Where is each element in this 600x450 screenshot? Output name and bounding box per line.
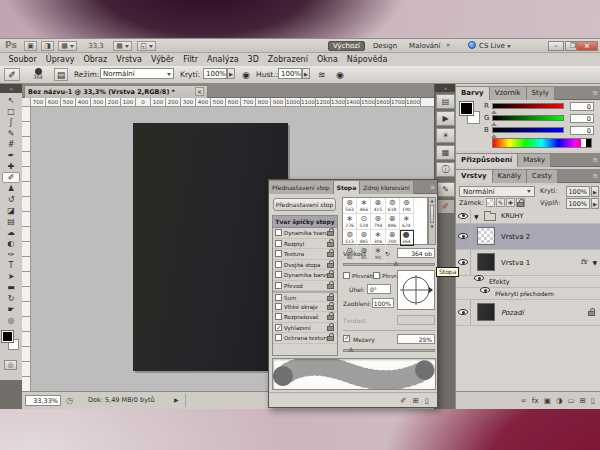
channel-value-field[interactable]: 0	[570, 102, 594, 111]
size-slider-thumb[interactable]	[393, 261, 399, 266]
checkbox[interactable]	[275, 324, 282, 331]
visibility-eye-icon[interactable]	[458, 309, 468, 315]
flip-x-checkbox[interactable]	[343, 272, 350, 279]
visibility-eye-icon[interactable]	[458, 233, 468, 239]
layer-blend-mode-select[interactable]: Normální	[459, 186, 535, 197]
eyedropper-tool[interactable]: ✒	[2, 150, 20, 161]
spacing-slider[interactable]	[343, 349, 435, 352]
layer-thumbnail[interactable]	[477, 227, 495, 245]
horizontal-ruler[interactable]: 7006005004003002001000100200300400500600…	[31, 98, 434, 107]
brush-option-row[interactable]: Dynamika tvaru	[273, 228, 337, 239]
masks-panel-icon[interactable]: ▦	[436, 145, 455, 160]
brush-preset[interactable]: ⊚ 618	[386, 198, 400, 214]
lock-icon[interactable]	[327, 273, 334, 278]
scrollbar-thumb[interactable]	[430, 205, 434, 223]
brush-option-row[interactable]: Rozptyl	[273, 239, 337, 250]
channel-slider[interactable]	[492, 103, 564, 109]
checkbox[interactable]	[275, 261, 282, 268]
panel-menu-icon[interactable]: ≡	[592, 89, 598, 97]
link-layers-icon[interactable]: ∞	[520, 396, 526, 405]
lock-icon[interactable]	[327, 263, 334, 268]
lasso-tool[interactable]: ʃ	[2, 117, 20, 128]
bridge-icon[interactable]: ▣	[24, 41, 37, 51]
flip-y-checkbox[interactable]	[373, 272, 380, 279]
zoom-tool[interactable]: ◎	[2, 315, 20, 326]
info-panel-icon[interactable]: ⓘ	[436, 162, 455, 177]
panel-menu-icon[interactable]: ≡	[430, 183, 435, 190]
effect-item-row[interactable]: Překrytí přechodem	[456, 288, 600, 300]
mini-bridge-icon[interactable]: ◨	[41, 41, 54, 51]
brush-preset[interactable]: ⊚ 513	[343, 230, 357, 246]
lock-icon[interactable]	[327, 305, 334, 310]
brush-option-row[interactable]: Rozprašovač	[273, 312, 337, 323]
lock-icon[interactable]	[327, 231, 334, 236]
adjustment-layer-icon[interactable]: ◑	[556, 396, 563, 405]
lock-icon[interactable]	[327, 252, 334, 257]
close-button[interactable]: ×	[576, 41, 598, 51]
panel-tab[interactable]: Přednastavení stop	[269, 181, 334, 194]
lock-pixels-icon[interactable]: ✎	[496, 198, 505, 207]
checkbox[interactable]	[275, 240, 282, 247]
new-brush-icon[interactable]: ⊞	[413, 396, 419, 405]
effects-row[interactable]: Efekty	[456, 276, 600, 288]
canvas[interactable]	[133, 123, 288, 371]
menu-item[interactable]: Analýza	[203, 55, 244, 64]
visibility-eye-icon[interactable]	[474, 275, 484, 281]
visibility-cell[interactable]	[456, 209, 471, 223]
menu-item[interactable]: Obraz	[79, 55, 112, 64]
lock-position-icon[interactable]: ✚	[506, 198, 515, 207]
opacity-slider-arrow[interactable]: ▶	[591, 186, 599, 197]
eraser-tool[interactable]: ◪	[2, 205, 20, 216]
new-group-icon[interactable]: ▭	[567, 396, 574, 405]
layer-mask-icon[interactable]: ▣	[544, 396, 551, 405]
hand-tool[interactable]: ☛	[2, 304, 20, 315]
panel-tab[interactable]: Vzorník	[490, 87, 527, 100]
layer-name[interactable]: Vrstva 1	[501, 250, 530, 275]
brush-preset[interactable]: ∗ 306	[371, 230, 385, 246]
3d-rotate-tool[interactable]: ↻	[2, 293, 20, 304]
airbrush-icon[interactable]: ≋	[316, 68, 328, 81]
opacity-slider-arrow[interactable]: ▶	[227, 68, 235, 79]
brush-option-row[interactable]: Převod	[273, 281, 337, 292]
path-selection-tool[interactable]: ➤	[2, 271, 20, 282]
workspace-overflow-button[interactable]: »	[446, 41, 450, 49]
current-tool-icon[interactable]: ✐	[4, 68, 20, 81]
layer-row-selected[interactable]: Vrstva 2	[456, 224, 600, 250]
adjustments-panel-icon[interactable]: ☀	[436, 128, 455, 143]
layer-style-badge[interactable]: fx	[580, 258, 587, 266]
panel-tab[interactable]: Barvy	[456, 87, 490, 100]
panel-menu-icon[interactable]: ≡	[592, 156, 598, 164]
brush-option-row[interactable]: Dvojitá stopa	[273, 260, 337, 271]
close-tab-icon[interactable]: ×	[195, 87, 204, 96]
toolbar-collapse-icon[interactable]: «	[0, 84, 22, 93]
pen-tool[interactable]: ✑	[2, 249, 20, 260]
layer-row[interactable]: Vrstva 1 fx ▼	[456, 250, 600, 276]
layer-name[interactable]: Pozadí	[501, 300, 524, 325]
blur-tool[interactable]: ☁	[2, 227, 20, 238]
visibility-cell[interactable]	[456, 224, 471, 249]
lock-transparency-icon[interactable]	[486, 198, 495, 207]
layer-name[interactable]: Vrstva 2	[501, 224, 530, 249]
workspace-button[interactable]: Design	[369, 41, 401, 51]
menu-item[interactable]: Okna	[312, 55, 342, 64]
fill-slider-arrow[interactable]: ▶	[591, 198, 599, 209]
brush-tip-shape-item[interactable]: Tvar špičky stopy	[273, 216, 337, 228]
new-layer-icon[interactable]: ⊞	[580, 396, 586, 405]
menu-item[interactable]: Filtr	[179, 55, 203, 64]
angle-field[interactable]: 0°	[367, 284, 391, 294]
brush-preset[interactable]: ⊗ 886	[386, 214, 400, 230]
menu-item[interactable]: Vrstva	[112, 55, 147, 64]
document-tab[interactable]: ×Bez názvu-1 @ 33,3% (Vrstva 2,RGB/8) *	[24, 85, 208, 98]
brush-preset[interactable]: ⊗ 200	[386, 230, 400, 246]
layer-thumbnail[interactable]	[477, 303, 495, 321]
panel-tab[interactable]: Masky	[518, 154, 551, 167]
spacing-field[interactable]: 25%	[397, 334, 435, 344]
brush-preset[interactable]: ⊛ 485	[357, 230, 371, 246]
size-slider[interactable]	[343, 263, 435, 266]
clone-stamp-tool[interactable]: ♟	[2, 183, 20, 194]
status-zoom-field[interactable]: 33,33%	[25, 395, 61, 406]
spot-healing-brush-tool[interactable]: ✚	[2, 161, 20, 172]
crop-tool[interactable]: #	[2, 139, 20, 150]
layer-opacity-field[interactable]: 100%	[566, 186, 590, 197]
type-tool[interactable]: T	[2, 260, 20, 271]
